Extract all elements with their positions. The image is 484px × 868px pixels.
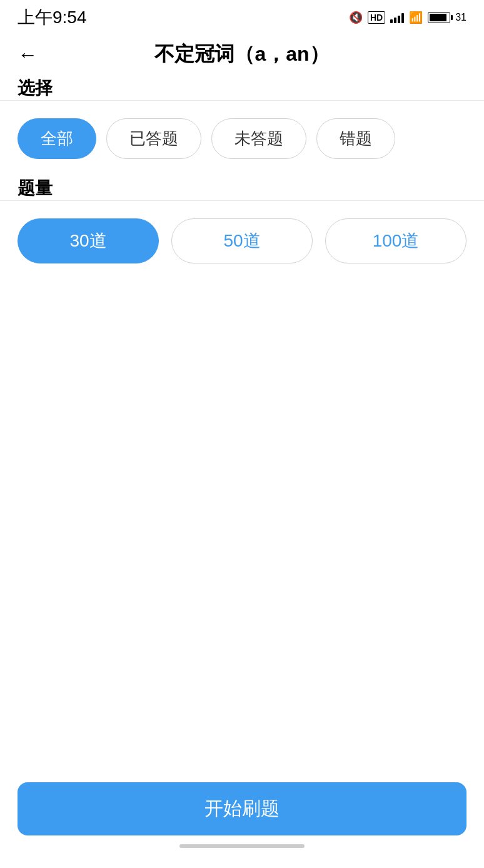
filter-btn-wrong[interactable]: 错题 <box>316 118 395 159</box>
filter-section: 选择 全部 已答题 未答题 错题 <box>0 76 484 176</box>
mute-icon: 🔇 <box>349 11 363 24</box>
filter-buttons-row: 全部 已答题 未答题 错题 <box>0 101 484 176</box>
quantity-btn-30[interactable]: 30道 <box>18 218 159 263</box>
battery-level: 31 <box>455 12 466 23</box>
filter-btn-answered[interactable]: 已答题 <box>106 118 201 159</box>
quantity-section-label: 题量 <box>0 163 70 205</box>
start-button[interactable]: 开始刷题 <box>18 782 466 835</box>
status-bar: 上午9:54 🔇 HD 📶 31 <box>0 0 484 33</box>
nav-bar: ← 不定冠词（a，an） <box>0 33 484 76</box>
hd-badge: HD <box>368 11 385 24</box>
filter-btn-unanswered[interactable]: 未答题 <box>211 118 306 159</box>
quantity-btn-100[interactable]: 100道 <box>325 218 466 263</box>
status-time: 上午9:54 <box>18 6 87 29</box>
status-icons: 🔇 HD 📶 31 <box>349 11 466 24</box>
quantity-buttons-row: 30道 50道 100道 <box>0 201 484 281</box>
home-indicator <box>179 844 305 848</box>
quantity-section: 题量 30道 50道 100道 <box>0 176 484 281</box>
back-button[interactable]: ← <box>18 43 38 66</box>
wifi-icon: 📶 <box>409 11 423 24</box>
filter-btn-all[interactable]: 全部 <box>18 118 96 159</box>
quantity-btn-50[interactable]: 50道 <box>171 218 313 263</box>
bottom-bar: 开始刷题 <box>0 772 484 868</box>
battery-icon <box>428 12 450 23</box>
page-title: 不定冠词（a，an） <box>154 41 329 68</box>
signal-bars-icon <box>390 12 404 23</box>
